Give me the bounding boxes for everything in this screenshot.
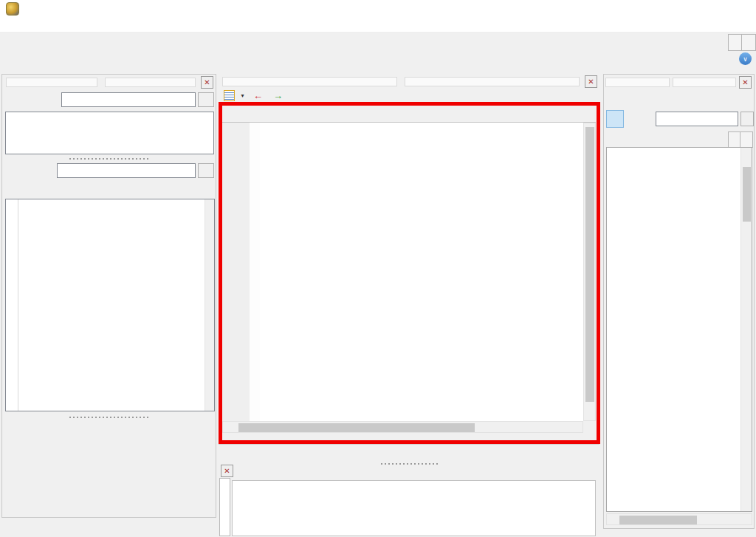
hscroll-thumb[interactable] — [619, 516, 697, 524]
scroll-left-icon[interactable] — [224, 422, 235, 434]
close-icon[interactable]: ✕ — [739, 76, 752, 89]
component-list-items — [607, 148, 752, 152]
hscroll-thumb[interactable] — [238, 423, 475, 432]
editor-hscrollbar[interactable] — [222, 421, 583, 433]
splitter-grip[interactable] — [69, 416, 150, 419]
component-list-hscrollbar[interactable] — [606, 513, 752, 525]
select-tool-button[interactable] — [606, 110, 624, 128]
messages-tabs — [232, 464, 598, 480]
chevron-down-circle-icon: ∨ — [739, 52, 752, 65]
scroll-right-icon[interactable] — [740, 514, 750, 526]
dock-grip — [105, 78, 196, 87]
components-filter-button[interactable] — [198, 92, 214, 107]
messages-content[interactable] — [232, 480, 596, 536]
vertical-splitter-grip[interactable] — [598, 259, 602, 303]
code-editor[interactable] — [222, 123, 583, 421]
scroll-down-icon[interactable] — [741, 501, 752, 510]
scroll-up-icon[interactable] — [584, 484, 593, 491]
component-list[interactable] — [606, 147, 752, 512]
palette-scroll-right-icon[interactable] — [741, 34, 756, 51]
app-icon — [6, 2, 19, 16]
palette-overflow-button[interactable]: ∨ — [739, 52, 752, 65]
editor-status-bar — [219, 444, 599, 460]
code-explorer-header[interactable]: ✕ — [604, 75, 754, 89]
dock-grip — [405, 77, 580, 86]
object-inspector-tabs — [5, 182, 213, 199]
jump-implementation-button[interactable] — [221, 89, 236, 102]
close-icon[interactable]: ✕ — [201, 76, 213, 89]
source-editor-header[interactable]: ✕ — [219, 74, 599, 89]
vscroll-thumb[interactable] — [743, 167, 751, 222]
close-icon[interactable]: ✕ — [585, 75, 597, 88]
components-filter-input[interactable] — [61, 92, 196, 107]
scroll-down-icon[interactable] — [205, 402, 215, 409]
dock-grip — [605, 78, 670, 87]
lazarus-ide-window: ∨ ✕ — [0, 0, 756, 537]
property-grid-scrollbar[interactable] — [205, 199, 214, 411]
navigate-forward-button[interactable]: → — [269, 89, 287, 102]
scroll-up-icon[interactable] — [205, 201, 215, 208]
scroll-up-icon[interactable] — [741, 149, 752, 158]
titlebar — [0, 0, 756, 18]
code-explorer-panel-tabs — [605, 90, 752, 106]
editor-tabs — [222, 105, 591, 123]
object-inspector-panel: ✕ — [1, 74, 216, 518]
palette-scroll-left-icon[interactable] — [728, 34, 743, 51]
editor-toolbar: ▾ ← → — [221, 89, 287, 103]
editor-vscrollbar[interactable] — [583, 123, 596, 421]
property-grid[interactable] — [5, 199, 215, 411]
find-filter-button[interactable] — [740, 112, 754, 126]
dock-grip — [222, 77, 397, 86]
forward-arrow-icon: → — [273, 91, 283, 100]
view-tabs-scroll-right-icon[interactable] — [740, 131, 753, 148]
component-view-tabs — [605, 131, 729, 147]
properties-filter-button[interactable] — [198, 163, 214, 178]
code-explorer-panel: ✕ — [603, 74, 755, 529]
object-inspector-header[interactable]: ✕ — [2, 75, 216, 89]
scroll-down-icon[interactable] — [584, 525, 593, 533]
component-list-vscrollbar[interactable] — [740, 148, 752, 511]
vscroll-thumb[interactable] — [585, 127, 594, 402]
scroll-corner — [583, 421, 596, 433]
messages-side-scrollbar[interactable] — [219, 478, 230, 536]
menubar — [0, 18, 756, 33]
back-arrow-icon: ← — [253, 91, 263, 100]
scroll-right-icon[interactable] — [571, 422, 581, 434]
dock-grip — [6, 78, 97, 87]
splitter-grip[interactable] — [69, 157, 150, 160]
component-find-input[interactable] — [656, 112, 738, 126]
jump-implementation-icon — [224, 90, 235, 101]
component-tree-box[interactable] — [5, 112, 214, 154]
grid-divider — [18, 199, 18, 411]
jump-dropdown-button[interactable]: ▾ — [238, 89, 247, 102]
navigate-back-button[interactable]: ← — [249, 89, 267, 102]
scroll-left-icon[interactable] — [608, 514, 618, 526]
dock-grip — [673, 78, 737, 87]
dropdown-arrow-icon: ▾ — [241, 92, 244, 99]
properties-filter-input[interactable] — [57, 163, 196, 178]
